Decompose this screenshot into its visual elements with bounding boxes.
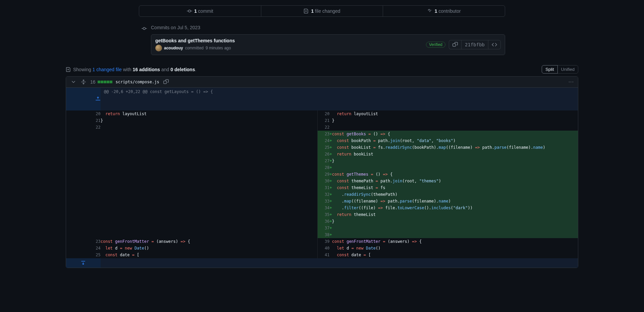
collapse-file-button[interactable] [70,79,77,85]
code-cell-left[interactable]: const genFrontMatter = (answers) => { [101,238,318,245]
code-cell-right[interactable]: return themeList [332,211,578,218]
diff-line-addition[interactable]: 29+const getThemes = () => { [66,171,578,178]
line-number-left[interactable]: 23 [66,238,101,245]
diff-line-addition[interactable]: 34+ .filter((file) => file.toLowerCase()… [66,205,578,211]
code-cell-left[interactable]: return layoutList [101,110,318,117]
code-cell-right[interactable]: return layoutList [332,110,578,117]
code-cell-right[interactable]: return bookList [332,151,578,158]
line-number-right[interactable]: 33 [318,198,330,205]
code-cell-right[interactable] [332,164,578,171]
line-number-right[interactable]: 35 [318,211,330,218]
code-cell-right[interactable] [332,124,578,131]
code-cell-right[interactable]: .filter((file) => file.toLowerCase().inc… [332,205,578,211]
line-number-left[interactable]: 21 [66,117,101,124]
line-number-right[interactable]: 27 [318,158,330,164]
unified-view-button[interactable]: Unified [557,65,578,74]
code-cell-right[interactable] [332,225,578,231]
code-cell-right[interactable]: const bookList = fs.readdirSync(bookPath… [332,144,578,151]
diff-line-addition[interactable]: 36+} [66,218,578,225]
diffstat[interactable]: 16 [90,79,112,85]
verified-badge[interactable]: Verified [426,42,445,48]
code-cell-right[interactable]: .readdirSync(themePath) [332,191,578,198]
commit-title-link[interactable]: getBooks and getThemes functions [155,38,235,43]
diff-line-addition[interactable]: 31+ const themeList = fs [66,184,578,191]
line-number-right[interactable]: 31 [318,184,330,191]
code-cell-right[interactable]: const bookPath = path.join(root, "data",… [332,137,578,144]
code-cell-left[interactable] [101,124,318,131]
diff-line-context[interactable]: 23const genFrontMatter = (answers) => {3… [66,238,578,245]
expand-all-button[interactable] [80,79,87,85]
code-cell-left[interactable]: } [101,117,318,124]
copy-path-button[interactable] [163,79,169,85]
line-number-right[interactable]: 28 [318,164,330,171]
code-cell-right[interactable]: const getThemes = () => { [332,171,578,178]
code-cell-right[interactable]: let d = new Date() [332,245,578,252]
changed-files-link[interactable]: 1 changed file [93,67,122,72]
code-cell-right[interactable]: const date = [ [332,252,578,258]
line-number-right[interactable]: 32 [318,191,330,198]
code-cell-right[interactable]: } [332,117,578,124]
avatar[interactable] [155,45,162,51]
line-number-left[interactable]: 20 [66,110,101,117]
tab-commits[interactable]: 1 commit [139,6,261,16]
code-cell-left[interactable]: const date = [ [101,252,318,258]
code-cell-right[interactable]: const genFrontMatter = (answers) => { [332,238,578,245]
diff-line-context[interactable]: 21}21} [66,117,578,124]
diff-line-addition[interactable]: 33+ .map((filename) => path.parse(filena… [66,198,578,205]
line-number-right[interactable]: 38 [318,231,330,238]
line-number-right[interactable]: 41 [318,252,330,258]
diff-line-addition[interactable]: 28+ [66,164,578,171]
line-number-right[interactable]: 24 [318,137,330,144]
line-number-right[interactable]: 34 [318,205,330,211]
diff-line-addition[interactable]: 37+ [66,225,578,231]
line-number-left[interactable]: 24 [66,245,101,252]
split-view-button[interactable]: Split [542,65,557,74]
line-number-right[interactable]: 36 [318,218,330,225]
line-number-right[interactable]: 25 [318,144,330,151]
line-number-left [66,218,101,225]
line-number-right[interactable]: 30 [318,178,330,184]
diff-line-context[interactable]: 25 const date = [41 const date = [ [66,252,578,258]
code-cell-right[interactable]: } [332,218,578,225]
diff-line-context[interactable]: 2222 [66,124,578,131]
line-number-right[interactable]: 37 [318,225,330,231]
tab-contributors[interactable]: 1 contributor [383,6,505,16]
code-cell-right[interactable]: const themeList = fs [332,184,578,191]
diff-line-addition[interactable]: 25+ const bookList = fs.readdirSync(book… [66,144,578,151]
expand-up-row[interactable]: @@ -20,6 +20,22 @@ const getLayouts = ()… [66,88,578,110]
line-number-right[interactable]: 26 [318,151,330,158]
line-number-right[interactable]: 40 [318,245,330,252]
diff-line-addition[interactable]: 24+ const bookPath = path.join(root, "da… [66,137,578,144]
code-cell-right[interactable]: } [332,158,578,164]
diff-line-context[interactable]: 24 let d = new Date()40 let d = new Date… [66,245,578,252]
tab-files-changed[interactable]: 1 file changed [261,6,383,16]
line-number-right[interactable]: 20 [318,110,330,117]
line-number-right[interactable]: 21 [318,117,330,124]
code-cell-right[interactable]: .map((filename) => path.parse(filename).… [332,198,578,205]
diff-line-context[interactable]: 20 return layoutList20 return layoutList [66,110,578,117]
diff-line-addition[interactable]: 32+ .readdirSync(themePath) [66,191,578,198]
line-number-left[interactable]: 25 [66,252,101,258]
browse-repo-button[interactable] [488,40,501,49]
line-number-right[interactable]: 22 [318,124,330,131]
line-number-right[interactable]: 29 [318,171,330,178]
diff-line-addition[interactable]: 38+ [66,231,578,238]
diff-line-addition[interactable]: 23+const getBooks = () => { [66,131,578,137]
code-cell-left[interactable]: let d = new Date() [101,245,318,252]
diff-line-addition[interactable]: 26+ return bookList [66,151,578,158]
diff-line-addition[interactable]: 30+ const themePath = path.join(root, "t… [66,178,578,184]
diff-line-addition[interactable]: 27+} [66,158,578,164]
code-cell-right[interactable]: const themePath = path.join(root, "theme… [332,178,578,184]
line-number-right[interactable]: 39 [318,238,330,245]
code-cell-right[interactable]: const getBooks = () => { [332,131,578,137]
copy-sha-button[interactable] [449,40,461,49]
expand-down-row[interactable] [66,258,578,268]
diff-line-addition[interactable]: 35+ return themeList [66,211,578,218]
commit-sha-link[interactable]: 21fbfbb [461,40,488,49]
line-number-left[interactable]: 22 [66,124,101,131]
file-actions-menu[interactable]: ··· [569,79,574,85]
file-path-link[interactable]: scripts/compose.js [116,80,159,84]
line-number-right[interactable]: 23 [318,131,330,137]
code-cell-right[interactable] [332,231,578,238]
commit-author-link[interactable]: acoudouy [164,46,183,50]
